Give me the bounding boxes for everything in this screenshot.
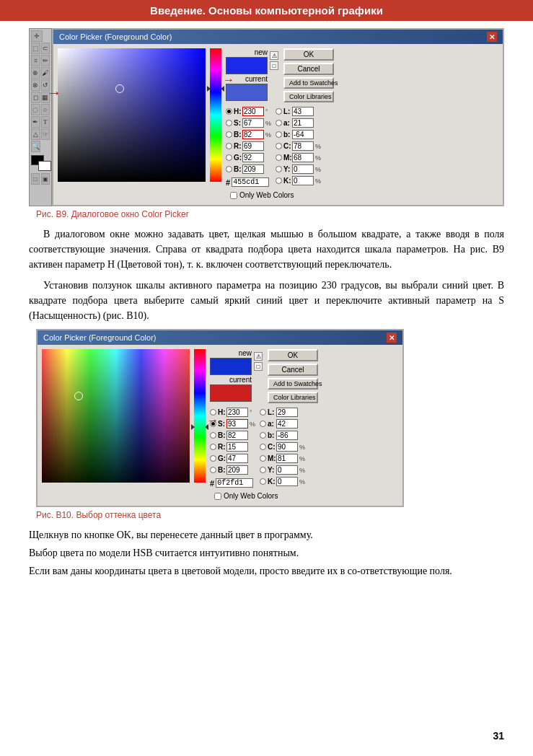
eraser-tool[interactable]: ◻ xyxy=(31,92,40,103)
M-field2[interactable] xyxy=(276,454,298,463)
web-safe-icon2[interactable]: □ xyxy=(254,362,263,371)
L-field1[interactable] xyxy=(292,107,314,116)
Y-field2[interactable] xyxy=(276,465,298,475)
B-field2[interactable] xyxy=(226,431,248,440)
shape-tool[interactable]: △ xyxy=(31,128,40,140)
gamut-warning-icon[interactable]: ⚠ xyxy=(270,51,278,60)
hex-field1[interactable] xyxy=(232,177,269,187)
screen-mode-btn[interactable]: ▣ xyxy=(41,173,50,185)
add-to-swatches-button1[interactable]: Add to Swatches xyxy=(283,77,334,89)
only-web-checkbox1[interactable] xyxy=(230,192,237,199)
crosshair-indicator xyxy=(115,84,124,93)
color-gradient-picker2[interactable] xyxy=(42,349,190,483)
B-radio2[interactable] xyxy=(210,432,216,439)
Y-radio2[interactable] xyxy=(260,467,266,473)
select-tool[interactable]: ⬚ xyxy=(31,43,40,54)
spectrum-slider2[interactable] xyxy=(194,349,206,483)
b-field2[interactable] xyxy=(276,431,298,440)
R-field2[interactable] xyxy=(226,442,248,452)
crosshair-indicator2 xyxy=(74,392,83,400)
G-field2[interactable] xyxy=(226,454,248,463)
heal-tool[interactable]: ⊕ xyxy=(31,67,40,79)
a-radio2[interactable] xyxy=(260,421,266,427)
add-to-swatches-button2[interactable]: Add to Swatches xyxy=(268,378,318,390)
M-radio2[interactable] xyxy=(260,455,266,462)
C-field1[interactable] xyxy=(292,141,314,151)
K-radio1[interactable] xyxy=(276,177,282,184)
K-field1[interactable] xyxy=(292,176,314,185)
blur-tool[interactable]: ◌ xyxy=(31,104,40,115)
eyedropper-tool[interactable]: ✏ xyxy=(41,55,50,66)
spectrum-slider1[interactable] xyxy=(210,48,221,182)
M-unit1: % xyxy=(315,154,321,162)
hex-field2[interactable] xyxy=(216,478,253,488)
B2-field2[interactable] xyxy=(226,465,248,475)
pen-tool[interactable]: ✒ xyxy=(31,116,40,128)
only-web-checkbox2[interactable] xyxy=(214,493,221,500)
clone-tool[interactable]: ⊗ xyxy=(31,79,40,91)
L-radio2[interactable] xyxy=(260,409,266,416)
B2-radio1[interactable] xyxy=(226,166,232,172)
M-radio1[interactable] xyxy=(276,154,282,161)
G-radio1[interactable] xyxy=(226,154,232,161)
a-radio1[interactable] xyxy=(276,120,282,126)
R-field1[interactable] xyxy=(242,141,264,151)
C-input-row1: C: % xyxy=(276,141,321,151)
B2-field1[interactable] xyxy=(242,164,264,174)
B-field1[interactable] xyxy=(242,130,264,139)
K-field2[interactable] xyxy=(276,477,298,486)
M-field1[interactable] xyxy=(292,153,314,162)
B-radio1[interactable] xyxy=(226,131,232,138)
paragraph1-block: В диалоговом окне можно задавать цвет, щ… xyxy=(29,227,504,272)
dodge-tool[interactable]: ○ xyxy=(41,104,50,115)
b-radio2[interactable] xyxy=(260,432,266,439)
C-radio1[interactable] xyxy=(276,143,282,149)
R-radio2[interactable] xyxy=(210,444,216,450)
dialog2-close-button[interactable]: ✕ xyxy=(387,333,397,343)
hand-tool[interactable]: ☞ xyxy=(41,128,50,140)
b-field1[interactable] xyxy=(292,130,314,139)
H-radio1[interactable] xyxy=(226,108,232,115)
brush-tool[interactable]: 🖌 xyxy=(41,67,50,79)
a-field2[interactable] xyxy=(276,419,298,428)
move-tool[interactable]: ✛ xyxy=(31,30,43,42)
zoom-tool[interactable]: 🔍 xyxy=(31,141,40,152)
S-radio1[interactable] xyxy=(226,120,232,126)
K-radio2[interactable] xyxy=(260,478,266,485)
a-field1[interactable] xyxy=(292,118,314,128)
text-tool[interactable]: T xyxy=(41,116,50,128)
ok-button1[interactable]: OK xyxy=(283,48,334,61)
background-color[interactable] xyxy=(38,161,51,171)
S-field1[interactable] xyxy=(242,118,264,128)
crop-tool[interactable]: ⌗ xyxy=(31,55,40,66)
Y-field1[interactable] xyxy=(292,164,314,174)
B2-radio2[interactable] xyxy=(210,467,216,473)
H-field1[interactable] xyxy=(242,107,264,116)
b-radio1[interactable] xyxy=(276,131,282,138)
B2-label1: B: xyxy=(234,165,241,173)
web-safe-icon[interactable]: □ xyxy=(270,61,278,70)
color-libraries-button2[interactable]: Color Libraries xyxy=(268,392,318,403)
L-field2[interactable] xyxy=(276,408,298,417)
cancel-button1[interactable]: Cancel xyxy=(283,63,334,75)
G-field1[interactable] xyxy=(242,153,264,162)
R-radio1[interactable] xyxy=(226,143,232,149)
cancel-button2[interactable]: Cancel xyxy=(268,364,318,376)
G-radio2[interactable] xyxy=(210,455,216,462)
Y-radio1[interactable] xyxy=(276,166,282,172)
C-field2[interactable] xyxy=(276,442,298,452)
H-field2[interactable] xyxy=(226,408,248,417)
L-radio1[interactable] xyxy=(276,108,282,115)
color-gradient-picker1[interactable] xyxy=(58,48,206,182)
L-input-row1: L: xyxy=(276,106,321,117)
S-field2[interactable] xyxy=(226,419,248,428)
ok-button2[interactable]: OK xyxy=(268,349,318,361)
C-input-row2: C: % xyxy=(260,441,305,452)
gamut-warning-icon2[interactable]: ⚠ xyxy=(254,352,263,361)
dialog1-close-button[interactable]: ✕ xyxy=(487,32,497,42)
lasso-tool[interactable]: ⊂ xyxy=(41,43,50,54)
C-radio2[interactable] xyxy=(260,444,266,450)
color-libraries-button1[interactable]: Color Libraries xyxy=(283,91,334,102)
quick-mask-btn[interactable]: □ xyxy=(31,173,40,185)
only-web-row2: Only Web Colors xyxy=(210,491,398,501)
